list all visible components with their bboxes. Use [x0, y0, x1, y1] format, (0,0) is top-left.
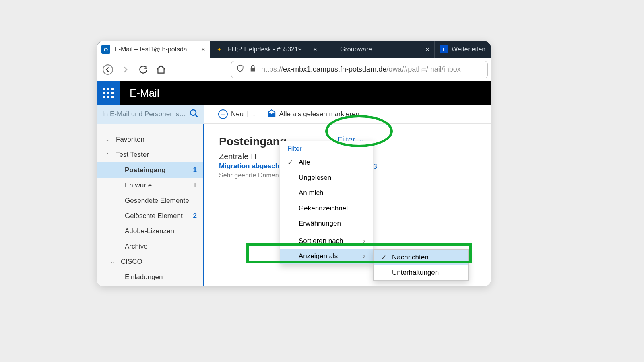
chevron-right-icon: ›: [363, 252, 365, 260]
new-label: Neu: [231, 110, 244, 118]
browser-tab[interactable]: I Weiterleiten: [435, 41, 491, 58]
app-title: E-Mail: [130, 87, 159, 99]
mark-all-read-button[interactable]: Alle als gelesen markieren: [267, 109, 359, 119]
folder-gesendete[interactable]: Gesendete Elemente: [97, 193, 204, 208]
back-button[interactable]: [100, 62, 116, 78]
command-bar: + Neu | ⌄ Alle als gelesen markieren: [204, 105, 491, 124]
home-button[interactable]: [153, 62, 169, 78]
dropdown-header: Filter: [280, 141, 373, 155]
mark-read-label: Alle als gelesen markieren: [279, 110, 359, 118]
content: ⌄Favoriten ⌃Test Tester Posteingang1 Ent…: [97, 124, 491, 286]
app-icon: I: [440, 45, 448, 53]
folder-posteingang[interactable]: Posteingang1: [97, 162, 204, 178]
check-icon: ✓: [381, 253, 388, 262]
close-icon[interactable]: ×: [313, 45, 317, 54]
app-header: E-Mail: [97, 81, 491, 105]
reload-button[interactable]: [135, 62, 151, 78]
tab-title: Groupware: [340, 46, 421, 53]
chevron-down-icon: ⌄: [110, 259, 118, 265]
spark-icon: ✦: [215, 45, 224, 54]
outlook-icon: O: [101, 45, 110, 54]
new-button[interactable]: + Neu | ⌄: [218, 109, 256, 119]
svg-point-1: [190, 110, 196, 115]
filter-dropdown: Filter ✓Alle Ungelesen An mich Gekennzei…: [280, 141, 373, 264]
browser-tab-active[interactable]: O E-Mail – test1@fh-potsdam.de ×: [97, 41, 210, 58]
tab-title: Weiterleiten: [452, 46, 486, 53]
view-option-unterhaltungen[interactable]: Unterhaltungen: [374, 265, 468, 280]
filter-option-anmich[interactable]: An mich: [280, 185, 373, 201]
app-launcher-button[interactable]: [97, 81, 120, 105]
browser-tab[interactable]: Groupware ×: [322, 41, 434, 58]
check-icon: ✓: [287, 158, 295, 167]
folder-einladungen[interactable]: Einladungen: [97, 269, 204, 285]
chevron-down-icon[interactable]: ⌄: [252, 111, 256, 117]
search-icon[interactable]: [189, 109, 199, 120]
folder-cisco[interactable]: ⌄CISCO: [97, 254, 204, 269]
chevron-up-icon: ⌃: [105, 152, 113, 158]
browser-nav: https://ex-mbx1.campus.fh-potsdam.de/owa…: [97, 58, 491, 81]
search-placeholder: In E-Mail und Personen s…: [102, 110, 189, 118]
folder-tree: ⌄Favoriten ⌃Test Tester Posteingang1 Ent…: [97, 124, 204, 286]
close-icon[interactable]: ×: [201, 45, 205, 54]
chevron-right-icon: ›: [363, 237, 365, 245]
url: https://ex-mbx1.campus.fh-potsdam.de/owa…: [261, 65, 461, 74]
sort-by-submenu[interactable]: Sortieren nach›: [280, 233, 373, 249]
account-node[interactable]: ⌃Test Tester: [97, 147, 204, 162]
view-option-nachrichten[interactable]: ✓Nachrichten: [374, 250, 468, 265]
view-as-dropdown: ✓Nachrichten Unterhaltungen: [373, 249, 469, 281]
filter-option-ungelesen[interactable]: Ungelesen: [280, 170, 373, 185]
separator: [280, 232, 373, 232]
browser-window: O E-Mail – test1@fh-potsdam.de × ✦ FH;P …: [97, 41, 491, 286]
svg-point-0: [103, 65, 113, 74]
unread-badge: 2: [193, 212, 197, 220]
folder-archive[interactable]: Archive: [97, 239, 204, 254]
filter-option-alle[interactable]: ✓Alle: [280, 155, 373, 170]
filter-option-erwaehnungen[interactable]: Erwähnungen: [280, 216, 373, 231]
toolbar: In E-Mail und Personen s… + Neu | ⌄ Alle…: [97, 105, 491, 124]
tab-title: E-Mail – test1@fh-potsdam.de: [114, 46, 197, 53]
blank-icon: [327, 45, 336, 54]
plus-icon: +: [218, 109, 228, 119]
waffle-icon: [103, 88, 114, 98]
address-bar[interactable]: https://ex-mbx1.campus.fh-potsdam.de/owa…: [231, 61, 488, 78]
folder-geloeschte[interactable]: Gelöschte Element2: [97, 208, 204, 224]
view-as-submenu[interactable]: Anzeigen als›: [280, 249, 373, 264]
favorites-node[interactable]: ⌄Favoriten: [97, 132, 204, 147]
browser-tabs: O E-Mail – test1@fh-potsdam.de × ✦ FH;P …: [97, 41, 491, 58]
tab-title: FH;P Helpdesk - #5532195 - Th: [228, 46, 309, 53]
folder-adobe[interactable]: Adobe-Lizenzen: [97, 224, 204, 239]
browser-tab[interactable]: ✦ FH;P Helpdesk - #5532195 - Th ×: [210, 41, 322, 58]
message-list-pane: Posteingang Filter ⌄ Zentrale IT Migrati…: [203, 124, 491, 286]
folder-entwuerfe[interactable]: Entwürfe1: [97, 178, 204, 193]
close-icon[interactable]: ×: [425, 45, 429, 54]
envelope-open-icon: [267, 109, 276, 119]
lock-icon[interactable]: [249, 65, 256, 74]
count-badge: 1: [193, 181, 197, 189]
chevron-down-icon: ⌄: [105, 137, 113, 142]
unread-badge: 1: [193, 166, 197, 174]
filter-option-gekennzeichnet[interactable]: Gekennzeichnet: [280, 201, 373, 216]
search-input[interactable]: In E-Mail und Personen s…: [97, 105, 204, 124]
forward-button[interactable]: [118, 62, 134, 78]
shield-icon[interactable]: [236, 64, 244, 74]
